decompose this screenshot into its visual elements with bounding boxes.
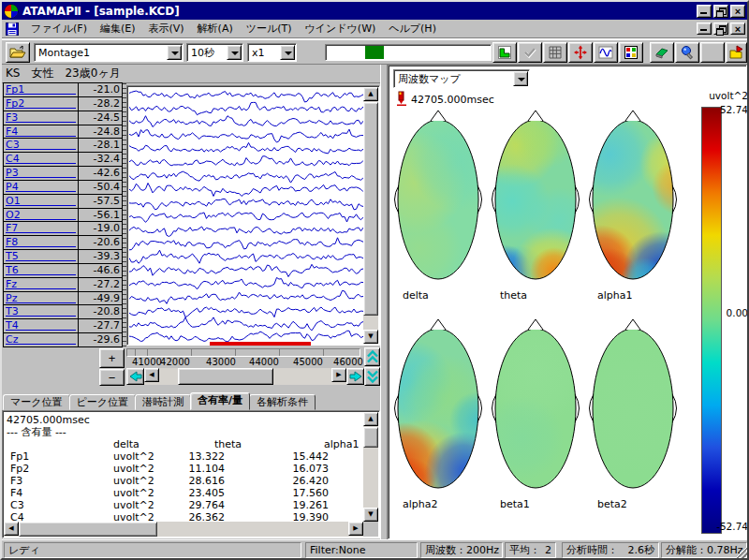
list-hscrollbar[interactable]: ◀ ▶ [4, 522, 363, 537]
waveform-button[interactable] [594, 42, 618, 63]
magnify-pin-button[interactable] [675, 42, 699, 63]
gain-dropdown-icon[interactable] [280, 45, 295, 60]
hscroll-right-icon[interactable]: ▶ [331, 368, 346, 382]
restore-button[interactable] [713, 5, 728, 18]
grid-button[interactable] [543, 42, 567, 63]
timebase-combobox[interactable]: 10秒 [186, 43, 243, 62]
channel-label-Cz[interactable]: Cz [3, 332, 79, 347]
tab-含有率/量[interactable]: 含有率/量 [190, 392, 250, 410]
topo-map-label: beta2 [597, 498, 680, 510]
gain-minus-button[interactable]: − [99, 369, 125, 386]
menu-item[interactable]: 表示(V) [142, 20, 191, 37]
channel-label-P3[interactable]: P3 [3, 166, 79, 181]
channel-value-F4: -24.8 [78, 125, 123, 140]
hscroll-left-icon[interactable]: ◀ [144, 368, 159, 382]
map-type-combobox[interactable]: 周波数マップ [393, 69, 530, 88]
mdi-restore-button[interactable] [713, 22, 728, 35]
menu-item[interactable]: ファイル(F) [24, 20, 94, 37]
tab-ピーク位置[interactable]: ピーク位置 [69, 394, 137, 410]
channel-label-F8[interactable]: F8 [3, 235, 79, 250]
channel-label-T4[interactable]: T4 [3, 318, 79, 333]
vscroll-thumb[interactable] [363, 102, 378, 316]
tab-潜時計測[interactable]: 潜時計測 [135, 394, 191, 410]
list-vscrollbar[interactable]: ▲ ▼ [363, 412, 378, 522]
list-scroll-down-icon[interactable]: ▼ [363, 508, 378, 522]
channel-label-F7[interactable]: F7 [3, 221, 79, 236]
channel-label-Fz[interactable]: Fz [3, 277, 79, 292]
channel-table: Fp1-21.0Fp2-28.2F3-24.5F4-24.8C3-28.1C4-… [3, 83, 124, 347]
tab-各解析条件[interactable]: 各解析条件 [249, 394, 316, 410]
mdi-close-button[interactable]: × [730, 22, 745, 35]
channel-label-T3[interactable]: T3 [3, 304, 79, 319]
menu-item[interactable]: 解析(A) [191, 20, 240, 37]
list-scroll-left-icon[interactable]: ◀ [4, 522, 19, 536]
minimize-button[interactable] [697, 5, 712, 18]
channel-label-Fp1[interactable]: Fp1 [3, 82, 79, 97]
colorbar [701, 107, 722, 534]
waveform-hscrollbar[interactable]: ◀ ▶ [126, 368, 364, 385]
gain-plus-button[interactable]: + [99, 348, 125, 368]
panel-splitter[interactable] [380, 65, 388, 539]
row-channel: Fp2 [10, 463, 29, 475]
resize-grip[interactable] [735, 546, 747, 558]
channel-name: F3 [6, 111, 76, 123]
gain-combobox[interactable]: x1 [247, 43, 297, 62]
waveform-panel[interactable]: ▲ ▼ [126, 85, 380, 346]
channel-label-Pz[interactable]: Pz [3, 291, 79, 306]
row-value-1: 11.104 [153, 463, 225, 475]
waveform-vscrollbar[interactable]: ▲ ▼ [363, 87, 378, 344]
split-arrows-button[interactable] [568, 42, 593, 63]
channel-label-O1[interactable]: O1 [3, 194, 79, 209]
tab-マーク位置[interactable]: マーク位置 [3, 394, 70, 410]
row-value-2: 19.261 [257, 499, 329, 511]
jump-up-button[interactable] [364, 347, 380, 366]
scroll-down-icon[interactable]: ▼ [363, 330, 378, 344]
result-listbox[interactable]: 42705.000msec --- 含有量 --- delta theta al… [2, 410, 380, 538]
channel-label-P4[interactable]: P4 [3, 180, 79, 195]
scroll-up-icon[interactable]: ▲ [363, 87, 378, 101]
open-file-button[interactable] [6, 42, 30, 63]
menu-item[interactable]: ヘルプ(H) [382, 20, 443, 37]
document-floppy-icon[interactable] [5, 22, 22, 37]
eraser-button[interactable] [650, 42, 674, 63]
map-chart-button[interactable] [619, 42, 643, 63]
channel-label-O2[interactable]: O2 [3, 208, 79, 223]
mdi-minimize-button[interactable] [697, 22, 712, 35]
list-hscroll-thumb[interactable] [19, 522, 157, 537]
jump-down-button[interactable] [364, 367, 380, 386]
timebase-dropdown-icon[interactable] [227, 45, 242, 60]
check-button[interactable] [518, 42, 542, 63]
step-display-button[interactable] [492, 42, 517, 63]
channel-label-C4[interactable]: C4 [3, 152, 79, 167]
menu-item[interactable]: ウインドウ(W) [299, 20, 383, 37]
result-row: Fp1uvolt^213.32215.442 [3, 450, 359, 463]
topo-map-label: delta [403, 289, 485, 302]
channel-value-P4: -50.4 [78, 180, 123, 195]
hscroll-thumb[interactable] [178, 368, 273, 385]
montage-combobox[interactable]: Montage1 [34, 43, 184, 62]
menu-item[interactable]: ツール(T) [240, 20, 299, 37]
row-unit: uvolt^2 [113, 475, 154, 487]
close-button[interactable]: × [730, 5, 745, 18]
channel-label-T5[interactable]: T5 [3, 249, 79, 264]
channel-label-C3[interactable]: C3 [3, 138, 79, 153]
result-row: Fp2uvolt^211.10416.073 [3, 463, 359, 475]
page-left-icon[interactable] [126, 368, 144, 385]
mouse-button2[interactable] [700, 42, 725, 63]
page-right-icon[interactable] [346, 368, 364, 385]
topo-map-beta2: beta2 [586, 317, 680, 510]
channel-label-Fp2[interactable]: Fp2 [3, 96, 79, 111]
list-vscroll-thumb[interactable] [363, 427, 378, 448]
channel-label-F3[interactable]: F3 [3, 111, 79, 125]
folder-play-button[interactable] [726, 42, 747, 63]
menu-item[interactable]: 編集(E) [94, 20, 142, 37]
row-value-2: 26.420 [257, 475, 329, 487]
toolbar: Montage1 10秒 x1 [2, 39, 747, 65]
montage-dropdown-icon[interactable] [167, 45, 182, 60]
list-scroll-up-icon[interactable]: ▲ [363, 412, 378, 426]
channel-label-F4[interactable]: F4 [3, 125, 79, 140]
channel-label-T6[interactable]: T6 [3, 263, 79, 278]
channel-name: C4 [6, 153, 76, 164]
map-type-dropdown-icon[interactable] [513, 71, 528, 86]
list-scroll-right-icon[interactable]: ▶ [348, 522, 363, 536]
